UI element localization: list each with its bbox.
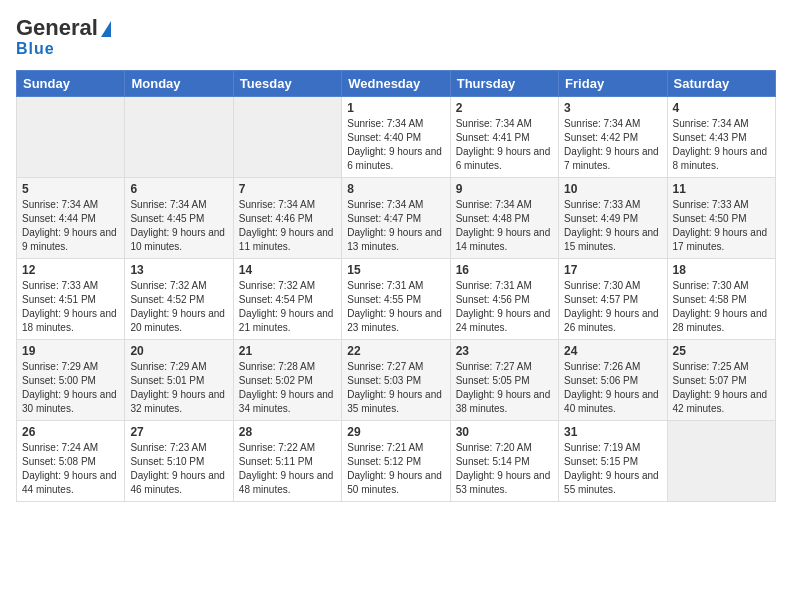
- calendar-cell: 30Sunrise: 7:20 AMSunset: 5:14 PMDayligh…: [450, 420, 558, 501]
- logo-general-text: General: [16, 16, 98, 40]
- calendar-cell: 24Sunrise: 7:26 AMSunset: 5:06 PMDayligh…: [559, 339, 667, 420]
- calendar-week-3: 12Sunrise: 7:33 AMSunset: 4:51 PMDayligh…: [17, 258, 776, 339]
- calendar-cell: 25Sunrise: 7:25 AMSunset: 5:07 PMDayligh…: [667, 339, 775, 420]
- day-number: 20: [130, 344, 227, 358]
- weekday-header-monday: Monday: [125, 70, 233, 96]
- day-info: Sunrise: 7:34 AMSunset: 4:43 PMDaylight:…: [673, 117, 770, 173]
- weekday-header-thursday: Thursday: [450, 70, 558, 96]
- day-number: 11: [673, 182, 770, 196]
- day-number: 30: [456, 425, 553, 439]
- day-number: 10: [564, 182, 661, 196]
- day-info: Sunrise: 7:34 AMSunset: 4:45 PMDaylight:…: [130, 198, 227, 254]
- calendar-cell: [667, 420, 775, 501]
- calendar-cell: 22Sunrise: 7:27 AMSunset: 5:03 PMDayligh…: [342, 339, 450, 420]
- calendar-cell: [125, 96, 233, 177]
- calendar-cell: 26Sunrise: 7:24 AMSunset: 5:08 PMDayligh…: [17, 420, 125, 501]
- weekday-header-saturday: Saturday: [667, 70, 775, 96]
- day-number: 31: [564, 425, 661, 439]
- day-info: Sunrise: 7:28 AMSunset: 5:02 PMDaylight:…: [239, 360, 336, 416]
- calendar-cell: 29Sunrise: 7:21 AMSunset: 5:12 PMDayligh…: [342, 420, 450, 501]
- day-number: 15: [347, 263, 444, 277]
- day-number: 27: [130, 425, 227, 439]
- day-number: 8: [347, 182, 444, 196]
- calendar-cell: 23Sunrise: 7:27 AMSunset: 5:05 PMDayligh…: [450, 339, 558, 420]
- calendar-cell: 20Sunrise: 7:29 AMSunset: 5:01 PMDayligh…: [125, 339, 233, 420]
- calendar-cell: 17Sunrise: 7:30 AMSunset: 4:57 PMDayligh…: [559, 258, 667, 339]
- calendar-cell: 27Sunrise: 7:23 AMSunset: 5:10 PMDayligh…: [125, 420, 233, 501]
- weekday-header-wednesday: Wednesday: [342, 70, 450, 96]
- day-number: 17: [564, 263, 661, 277]
- day-info: Sunrise: 7:34 AMSunset: 4:40 PMDaylight:…: [347, 117, 444, 173]
- day-number: 18: [673, 263, 770, 277]
- calendar-cell: 8Sunrise: 7:34 AMSunset: 4:47 PMDaylight…: [342, 177, 450, 258]
- day-info: Sunrise: 7:32 AMSunset: 4:54 PMDaylight:…: [239, 279, 336, 335]
- calendar-cell: 18Sunrise: 7:30 AMSunset: 4:58 PMDayligh…: [667, 258, 775, 339]
- calendar-cell: 28Sunrise: 7:22 AMSunset: 5:11 PMDayligh…: [233, 420, 341, 501]
- calendar-week-5: 26Sunrise: 7:24 AMSunset: 5:08 PMDayligh…: [17, 420, 776, 501]
- day-number: 13: [130, 263, 227, 277]
- weekday-header-sunday: Sunday: [17, 70, 125, 96]
- logo: General Blue: [16, 16, 111, 58]
- calendar-cell: 2Sunrise: 7:34 AMSunset: 4:41 PMDaylight…: [450, 96, 558, 177]
- day-info: Sunrise: 7:34 AMSunset: 4:41 PMDaylight:…: [456, 117, 553, 173]
- calendar-cell: 11Sunrise: 7:33 AMSunset: 4:50 PMDayligh…: [667, 177, 775, 258]
- day-info: Sunrise: 7:34 AMSunset: 4:44 PMDaylight:…: [22, 198, 119, 254]
- calendar-cell: [233, 96, 341, 177]
- calendar-cell: 16Sunrise: 7:31 AMSunset: 4:56 PMDayligh…: [450, 258, 558, 339]
- day-info: Sunrise: 7:34 AMSunset: 4:46 PMDaylight:…: [239, 198, 336, 254]
- day-info: Sunrise: 7:29 AMSunset: 5:01 PMDaylight:…: [130, 360, 227, 416]
- day-info: Sunrise: 7:34 AMSunset: 4:48 PMDaylight:…: [456, 198, 553, 254]
- day-number: 5: [22, 182, 119, 196]
- page-container: General Blue SundayMondayTuesdayWednesda…: [0, 0, 792, 518]
- day-number: 26: [22, 425, 119, 439]
- logo-triangle-icon: [101, 21, 111, 37]
- calendar-body: 1Sunrise: 7:34 AMSunset: 4:40 PMDaylight…: [17, 96, 776, 501]
- day-number: 12: [22, 263, 119, 277]
- day-number: 1: [347, 101, 444, 115]
- day-info: Sunrise: 7:31 AMSunset: 4:55 PMDaylight:…: [347, 279, 444, 335]
- day-number: 28: [239, 425, 336, 439]
- calendar-cell: 10Sunrise: 7:33 AMSunset: 4:49 PMDayligh…: [559, 177, 667, 258]
- day-number: 16: [456, 263, 553, 277]
- day-number: 4: [673, 101, 770, 115]
- day-number: 2: [456, 101, 553, 115]
- calendar-week-2: 5Sunrise: 7:34 AMSunset: 4:44 PMDaylight…: [17, 177, 776, 258]
- day-number: 19: [22, 344, 119, 358]
- day-info: Sunrise: 7:21 AMSunset: 5:12 PMDaylight:…: [347, 441, 444, 497]
- day-number: 23: [456, 344, 553, 358]
- calendar-header: SundayMondayTuesdayWednesdayThursdayFrid…: [17, 70, 776, 96]
- calendar-cell: 6Sunrise: 7:34 AMSunset: 4:45 PMDaylight…: [125, 177, 233, 258]
- logo-general: General: [16, 16, 111, 40]
- calendar-cell: 13Sunrise: 7:32 AMSunset: 4:52 PMDayligh…: [125, 258, 233, 339]
- day-info: Sunrise: 7:20 AMSunset: 5:14 PMDaylight:…: [456, 441, 553, 497]
- day-number: 21: [239, 344, 336, 358]
- calendar-cell: 9Sunrise: 7:34 AMSunset: 4:48 PMDaylight…: [450, 177, 558, 258]
- day-info: Sunrise: 7:26 AMSunset: 5:06 PMDaylight:…: [564, 360, 661, 416]
- day-info: Sunrise: 7:34 AMSunset: 4:47 PMDaylight:…: [347, 198, 444, 254]
- weekday-header-friday: Friday: [559, 70, 667, 96]
- weekday-header-tuesday: Tuesday: [233, 70, 341, 96]
- day-info: Sunrise: 7:27 AMSunset: 5:05 PMDaylight:…: [456, 360, 553, 416]
- day-number: 14: [239, 263, 336, 277]
- day-info: Sunrise: 7:32 AMSunset: 4:52 PMDaylight:…: [130, 279, 227, 335]
- calendar-cell: 15Sunrise: 7:31 AMSunset: 4:55 PMDayligh…: [342, 258, 450, 339]
- calendar-cell: 1Sunrise: 7:34 AMSunset: 4:40 PMDaylight…: [342, 96, 450, 177]
- day-info: Sunrise: 7:30 AMSunset: 4:58 PMDaylight:…: [673, 279, 770, 335]
- day-number: 25: [673, 344, 770, 358]
- day-info: Sunrise: 7:27 AMSunset: 5:03 PMDaylight:…: [347, 360, 444, 416]
- day-info: Sunrise: 7:33 AMSunset: 4:51 PMDaylight:…: [22, 279, 119, 335]
- day-info: Sunrise: 7:19 AMSunset: 5:15 PMDaylight:…: [564, 441, 661, 497]
- day-info: Sunrise: 7:25 AMSunset: 5:07 PMDaylight:…: [673, 360, 770, 416]
- calendar-cell: 21Sunrise: 7:28 AMSunset: 5:02 PMDayligh…: [233, 339, 341, 420]
- calendar-week-4: 19Sunrise: 7:29 AMSunset: 5:00 PMDayligh…: [17, 339, 776, 420]
- calendar-cell: 7Sunrise: 7:34 AMSunset: 4:46 PMDaylight…: [233, 177, 341, 258]
- day-number: 6: [130, 182, 227, 196]
- calendar-table: SundayMondayTuesdayWednesdayThursdayFrid…: [16, 70, 776, 502]
- day-info: Sunrise: 7:33 AMSunset: 4:50 PMDaylight:…: [673, 198, 770, 254]
- calendar-cell: 14Sunrise: 7:32 AMSunset: 4:54 PMDayligh…: [233, 258, 341, 339]
- day-number: 3: [564, 101, 661, 115]
- header: General Blue: [16, 16, 776, 58]
- day-number: 24: [564, 344, 661, 358]
- day-info: Sunrise: 7:23 AMSunset: 5:10 PMDaylight:…: [130, 441, 227, 497]
- calendar-cell: 12Sunrise: 7:33 AMSunset: 4:51 PMDayligh…: [17, 258, 125, 339]
